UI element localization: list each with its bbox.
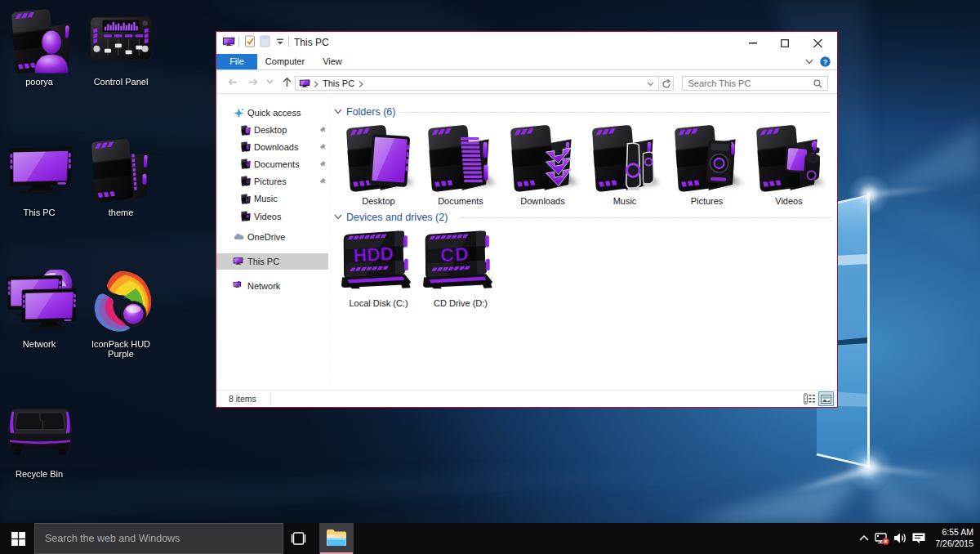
svg-text:?: ?: [823, 58, 828, 66]
